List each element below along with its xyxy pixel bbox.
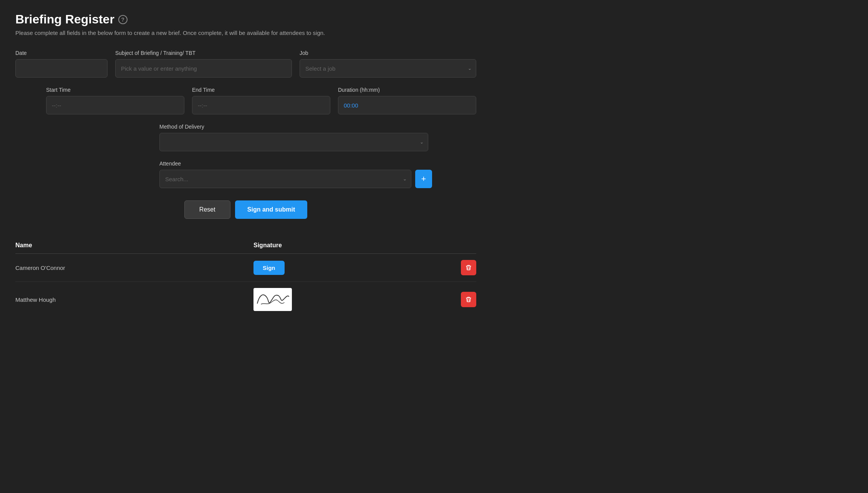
attendees-table: Name Signature Cameron O'ConnorSign Matt… <box>15 237 476 317</box>
end-time-label: End Time <box>192 87 330 93</box>
attendees-tbody: Cameron O'ConnorSign Matthew Hough <box>15 254 476 318</box>
attendee-signature: Sign <box>246 254 446 282</box>
method-select-wrapper: ⌄ <box>159 133 428 151</box>
subject-label: Subject of Briefing / Training/ TBT <box>115 50 292 56</box>
attendee-label: Attendee <box>159 160 432 167</box>
delete-attendee-button[interactable] <box>461 292 476 307</box>
form-row-2: Start Time End Time Duration (hh:mm) 00:… <box>15 87 476 114</box>
attendee-search-wrapper: ⌄ <box>159 170 411 188</box>
date-group: Date August 12, 2024 <box>15 50 108 78</box>
start-time-label: Start Time <box>46 87 184 93</box>
duration-group: Duration (hh:mm) 00:00 <box>338 87 476 114</box>
job-group: Job Select a job ⌄ <box>300 50 476 78</box>
date-label: Date <box>15 50 108 56</box>
attendee-group: Attendee ⌄ + <box>159 160 432 188</box>
attendee-name: Cameron O'Connor <box>15 254 246 282</box>
signature-image <box>253 288 292 311</box>
form-row-1: Date August 12, 2024 Subject of Briefing… <box>15 50 476 78</box>
page-title-text: Briefing Register <box>15 12 114 26</box>
start-time-input[interactable] <box>46 96 184 114</box>
job-select-wrapper: Select a job ⌄ <box>300 59 476 78</box>
method-row: Method of Delivery ⌄ <box>159 124 428 151</box>
attendee-input-wrapper: ⌄ + <box>159 170 432 188</box>
method-label: Method of Delivery <box>159 124 428 130</box>
method-group: Method of Delivery ⌄ <box>159 124 428 151</box>
start-time-group: Start Time <box>46 87 184 114</box>
subject-input[interactable] <box>115 59 292 78</box>
col-header-signature: Signature <box>246 237 446 254</box>
page-title: Briefing Register ? <box>15 12 476 26</box>
add-attendee-button[interactable]: + <box>415 170 432 188</box>
table-row: Cameron O'ConnorSign <box>15 254 476 282</box>
method-select[interactable] <box>159 133 428 151</box>
attendee-search-input[interactable] <box>159 170 411 188</box>
attendee-name: Matthew Hough <box>15 282 246 318</box>
date-input[interactable]: August 12, 2024 <box>15 59 108 78</box>
subject-group: Subject of Briefing / Training/ TBT <box>115 50 292 78</box>
delete-attendee-button[interactable] <box>461 260 476 275</box>
attendee-action <box>446 282 476 318</box>
col-header-action <box>446 237 476 254</box>
help-icon[interactable]: ? <box>118 15 128 24</box>
duration-label: Duration (hh:mm) <box>338 87 476 93</box>
attendee-action <box>446 254 476 282</box>
table-row: Matthew Hough <box>15 282 476 318</box>
sign-button[interactable]: Sign <box>253 261 285 275</box>
end-time-input[interactable] <box>192 96 330 114</box>
table-header-row: Name Signature <box>15 237 476 254</box>
duration-value: 00:00 <box>338 96 476 114</box>
action-row: Reset Sign and submit <box>15 200 476 219</box>
attendee-signature <box>246 282 446 318</box>
job-select[interactable]: Select a job <box>300 59 476 78</box>
job-label: Job <box>300 50 476 56</box>
page-subtitle: Please complete all fields in the below … <box>15 30 476 36</box>
reset-button[interactable]: Reset <box>184 200 230 219</box>
sign-submit-button[interactable]: Sign and submit <box>235 200 307 219</box>
attendee-row: Attendee ⌄ + <box>159 160 432 188</box>
end-time-group: End Time <box>192 87 330 114</box>
col-header-name: Name <box>15 237 246 254</box>
